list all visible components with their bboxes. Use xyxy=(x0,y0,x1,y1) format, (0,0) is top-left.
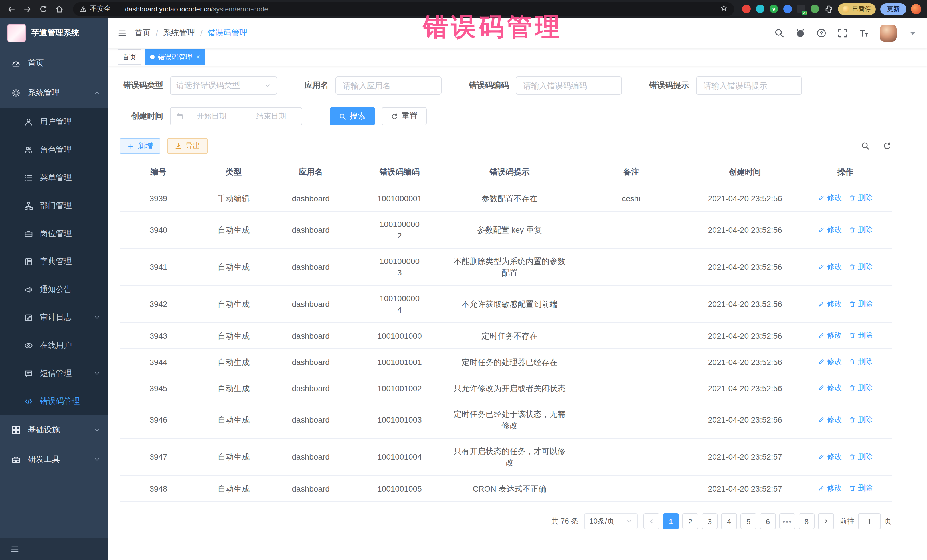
delete-button[interactable]: 删除 xyxy=(849,224,873,235)
edit-button[interactable]: 修改 xyxy=(818,192,842,203)
active-tab-dot xyxy=(150,55,155,59)
edit-button[interactable]: 修改 xyxy=(818,356,842,367)
extension-icon-blue[interactable] xyxy=(783,5,792,13)
page-button-6[interactable]: 6 xyxy=(760,513,776,529)
search-icon[interactable] xyxy=(774,28,784,38)
date-start-input[interactable]: 开始日期 xyxy=(187,111,237,121)
delete-button[interactable]: 删除 xyxy=(849,414,873,425)
sidebar-item-dept[interactable]: 部门管理 xyxy=(0,191,108,220)
toggle-search-button[interactable] xyxy=(861,141,870,150)
user-avatar[interactable] xyxy=(880,24,897,42)
page-button-2[interactable]: 2 xyxy=(682,513,698,529)
extension-icon-red[interactable] xyxy=(742,5,751,13)
tab-home[interactable]: 首页 xyxy=(117,49,141,65)
bookmark-star-button[interactable] xyxy=(720,5,727,13)
delete-button[interactable]: 删除 xyxy=(849,192,873,203)
add-button[interactable]: 新增 xyxy=(120,138,160,154)
sidebar-collapse-icon[interactable] xyxy=(10,545,20,554)
search-icon xyxy=(861,141,870,150)
github-icon[interactable] xyxy=(795,28,805,38)
sidebar-item-user[interactable]: 用户管理 xyxy=(0,108,108,136)
delete-icon xyxy=(849,384,856,391)
page-button-5[interactable]: 5 xyxy=(740,513,757,529)
search-button[interactable]: 搜索 xyxy=(330,107,375,126)
error-type-select[interactable]: 请选择错误码类型 xyxy=(170,76,277,95)
tab-error-code[interactable]: 错误码管理× xyxy=(145,49,205,65)
browser-forward-button[interactable] xyxy=(22,3,33,15)
update-button-label: 更新 xyxy=(887,5,900,13)
error-hint-input[interactable] xyxy=(702,80,796,91)
sidebar-item-system[interactable]: 系统管理 xyxy=(0,78,108,108)
sidebar-item-role[interactable]: 角色管理 xyxy=(0,136,108,164)
extension-icon-green-check[interactable]: v xyxy=(769,5,778,13)
goto-page-input[interactable] xyxy=(858,513,881,529)
page-size-select[interactable]: 10条/页 xyxy=(584,513,638,529)
browser-reload-button[interactable] xyxy=(38,3,49,15)
cell-code: 100100000 2 xyxy=(351,211,448,248)
export-button[interactable]: 导出 xyxy=(167,138,208,154)
date-range-picker[interactable]: 开始日期 - 结束日期 xyxy=(170,107,302,126)
user-menu-caret-icon[interactable] xyxy=(907,28,918,38)
page-button-8[interactable]: 8 xyxy=(799,513,815,529)
extension-icon-teal[interactable] xyxy=(756,5,764,13)
address-bar[interactable]: 不安全 dashboard.yudao.iocoder.cn/system/er… xyxy=(73,2,734,16)
extensions-puzzle-icon[interactable] xyxy=(824,4,833,14)
edit-button[interactable]: 修改 xyxy=(818,382,842,393)
delete-button[interactable]: 删除 xyxy=(849,451,873,462)
delete-button[interactable]: 删除 xyxy=(849,261,873,272)
pagination-more-button[interactable]: ••• xyxy=(779,513,795,529)
tab-close-icon[interactable]: × xyxy=(196,54,200,61)
cell-type: 自动生成 xyxy=(197,475,271,502)
edit-button[interactable]: 修改 xyxy=(818,298,842,310)
breadcrumb-item[interactable]: 系统管理 xyxy=(163,28,195,38)
page-button-3[interactable]: 3 xyxy=(702,513,718,529)
browser-profile-avatar[interactable] xyxy=(911,4,921,14)
sidebar-item-notice[interactable]: 通知公告 xyxy=(0,275,108,304)
delete-icon xyxy=(849,358,856,365)
browser-home-button[interactable] xyxy=(54,3,65,15)
sidebar-item-post[interactable]: 岗位管理 xyxy=(0,220,108,247)
edit-button[interactable]: 修改 xyxy=(818,451,842,462)
extension-icon-tampermonkey[interactable] xyxy=(797,5,805,13)
sidebar-item-audit-log[interactable]: 审计日志 xyxy=(0,304,108,331)
browser-back-button[interactable] xyxy=(6,3,17,15)
sidebar-item-dict[interactable]: 字典管理 xyxy=(0,247,108,275)
tool-icon xyxy=(11,455,21,464)
delete-button[interactable]: 删除 xyxy=(849,298,873,310)
delete-button[interactable]: 删除 xyxy=(849,483,873,494)
sidebar-item-menu[interactable]: 菜单管理 xyxy=(0,164,108,191)
sidebar-item-dev-tools[interactable]: 研发工具 xyxy=(0,445,108,475)
sidebar-item-home[interactable]: 首页 xyxy=(0,49,108,78)
delete-button[interactable]: 删除 xyxy=(849,356,873,367)
delete-button[interactable]: 删除 xyxy=(849,329,873,341)
menu-toggle-button[interactable] xyxy=(117,29,127,38)
fullscreen-icon[interactable] xyxy=(837,28,848,38)
reset-button[interactable]: 重置 xyxy=(381,107,427,126)
sidebar-item-error-code[interactable]: 错误码管理 xyxy=(0,387,108,415)
app-logo[interactable]: 芋道管理系统 xyxy=(0,18,108,49)
edit-button[interactable]: 修改 xyxy=(818,261,842,272)
page-button-1[interactable]: 1 xyxy=(663,513,679,529)
prev-page-button[interactable] xyxy=(643,513,660,529)
sidebar-item-infra[interactable]: 基础设施 xyxy=(0,415,108,445)
edit-button[interactable]: 修改 xyxy=(818,224,842,235)
delete-button[interactable]: 删除 xyxy=(849,382,873,393)
breadcrumb-item[interactable]: 首页 xyxy=(135,28,150,38)
sidebar-item-sms[interactable]: 短信管理 xyxy=(0,359,108,387)
date-end-input[interactable]: 结束日期 xyxy=(246,111,296,121)
dash-icon xyxy=(11,59,21,68)
extension-icon-leaf[interactable] xyxy=(811,5,819,13)
sidebar-item-online-user[interactable]: 在线用户 xyxy=(0,331,108,359)
edit-button[interactable]: 修改 xyxy=(818,483,842,494)
font-size-icon[interactable] xyxy=(859,28,869,38)
page-button-4[interactable]: 4 xyxy=(721,513,737,529)
paused-badge[interactable]: 已暂停 xyxy=(838,3,876,15)
edit-button[interactable]: 修改 xyxy=(818,414,842,425)
browser-update-button[interactable]: 更新 xyxy=(880,3,906,15)
help-icon[interactable] xyxy=(816,28,827,38)
app-name-input[interactable] xyxy=(342,80,435,91)
error-code-input[interactable] xyxy=(522,80,615,91)
refresh-list-button[interactable] xyxy=(883,141,892,150)
edit-button[interactable]: 修改 xyxy=(818,329,842,341)
next-page-button[interactable] xyxy=(818,513,834,529)
